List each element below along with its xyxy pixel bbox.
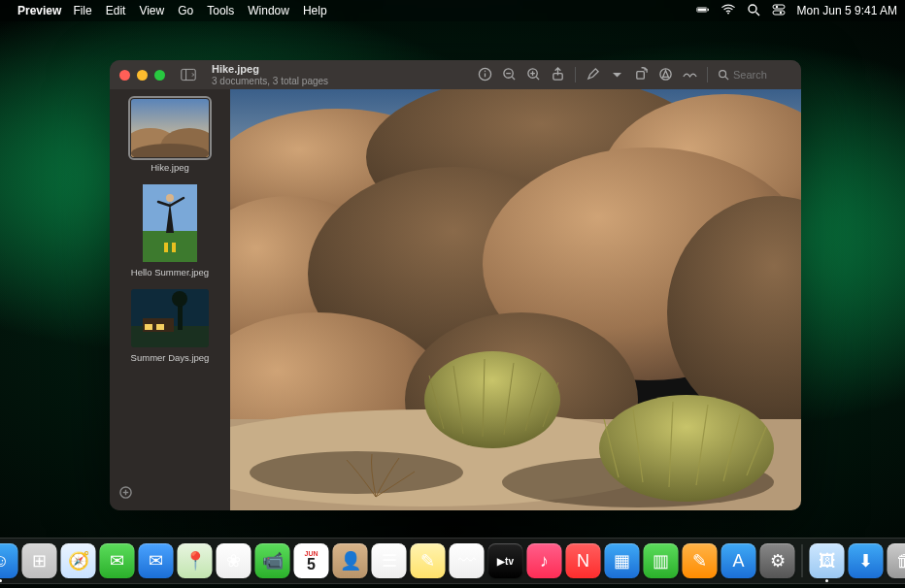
dock-app-safari[interactable]: 🧭: [61, 543, 96, 578]
document-title: Hike.jpeg: [212, 63, 328, 75]
menubar: Preview File Edit View Go Tools Window H…: [0, 0, 905, 21]
thumbnail-caption: Summer Days.jpeg: [131, 352, 210, 363]
highlight-icon[interactable]: [683, 67, 697, 83]
dock-app-appstore[interactable]: A: [721, 543, 756, 578]
window-controls: [119, 70, 165, 81]
dock-app-calendar[interactable]: JUN5: [294, 543, 329, 578]
markup-pen-icon[interactable]: [586, 67, 600, 83]
svg-line-16: [512, 77, 515, 80]
svg-point-33: [166, 194, 174, 202]
thumbnail-caption: Hike.jpeg: [151, 162, 189, 173]
svg-point-42: [172, 291, 187, 307]
dock-app-tv[interactable]: ▶tv: [488, 543, 523, 578]
dock-app-photos[interactable]: ❀: [217, 543, 251, 578]
menu-go[interactable]: Go: [178, 4, 193, 17]
dock-app-freeform[interactable]: 〰: [450, 543, 485, 578]
thumbnail-caption: Hello Summer.jpeg: [131, 267, 209, 278]
svg-point-67: [599, 395, 774, 502]
svg-point-58: [250, 451, 463, 494]
dock-app-settings[interactable]: ⚙: [760, 543, 795, 578]
control-center-icon[interactable]: [772, 3, 786, 19]
thumbnail-image: [131, 99, 209, 157]
dock: ☺⊞🧭✉✉📍❀📹JUN5👤☰✎〰▶tv♪N▦▥✎A⚙ 🖼⬇🗑: [0, 538, 905, 584]
menu-tools[interactable]: Tools: [207, 4, 234, 17]
menu-edit[interactable]: Edit: [106, 4, 126, 17]
dock-separator: [802, 544, 803, 577]
dock-app-music[interactable]: ♪: [527, 543, 562, 578]
svg-line-5: [755, 12, 759, 16]
svg-line-26: [725, 77, 728, 80]
svg-rect-35: [172, 243, 176, 252]
dock-app-numbers[interactable]: ▥: [644, 543, 679, 578]
dock-app-trash[interactable]: 🗑: [888, 543, 906, 578]
dock-app-launchpad[interactable]: ⊞: [22, 543, 57, 578]
sidebar-add-button[interactable]: [117, 481, 222, 506]
svg-point-9: [779, 11, 781, 13]
toolbar: [478, 67, 791, 83]
thumbnail-item[interactable]: Hike.jpeg: [117, 99, 222, 173]
svg-rect-40: [156, 324, 164, 330]
dock-app-reminders[interactable]: ☰: [372, 543, 407, 578]
svg-point-3: [727, 12, 729, 14]
zoom-in-icon[interactable]: [526, 67, 541, 83]
wifi-icon[interactable]: [721, 3, 735, 19]
info-icon[interactable]: [478, 67, 492, 83]
fullscreen-button[interactable]: [154, 70, 165, 81]
thumbnail-image: [131, 289, 209, 347]
svg-rect-39: [145, 324, 152, 330]
search-field[interactable]: [718, 69, 791, 81]
svg-rect-6: [773, 5, 785, 9]
dock-app-keynote[interactable]: ▦: [605, 543, 640, 578]
svg-rect-23: [637, 71, 645, 79]
dock-app-notes[interactable]: ✎: [411, 543, 446, 578]
dock-app-finder[interactable]: ☺: [0, 543, 18, 578]
thumbnail-item[interactable]: Hello Summer.jpeg: [117, 184, 222, 278]
menu-help[interactable]: Help: [303, 4, 327, 17]
svg-rect-1: [697, 8, 706, 11]
svg-rect-32: [143, 231, 197, 262]
dock-app-preview[interactable]: 🖼: [810, 543, 845, 578]
preview-window: Hike.jpeg 3 documents, 3 total pages: [110, 60, 801, 510]
search-input[interactable]: [733, 69, 791, 81]
dock-app-pages[interactable]: ✎: [683, 543, 718, 578]
main-image: [230, 89, 801, 510]
battery-icon[interactable]: [696, 3, 710, 19]
dock-app-messages[interactable]: ✉: [100, 543, 135, 578]
title-block: Hike.jpeg 3 documents, 3 total pages: [212, 63, 328, 85]
svg-point-25: [720, 71, 726, 78]
svg-point-4: [749, 5, 756, 13]
minimize-button[interactable]: [137, 70, 148, 81]
thumbnail-image: [131, 184, 209, 262]
close-button[interactable]: [119, 70, 130, 81]
menu-view[interactable]: View: [139, 4, 164, 17]
dock-app-news[interactable]: N: [566, 543, 601, 578]
menu-file[interactable]: File: [73, 4, 91, 17]
titlebar[interactable]: Hike.jpeg 3 documents, 3 total pages: [110, 60, 801, 89]
thumbnail-sidebar[interactable]: Hike.jpeg Hello Summer.jpeg: [110, 89, 230, 510]
svg-point-14: [485, 70, 486, 72]
sidebar-view-button[interactable]: [181, 68, 196, 82]
svg-rect-7: [773, 11, 785, 15]
dock-app-maps[interactable]: 📍: [178, 543, 213, 578]
zoom-out-icon[interactable]: [502, 67, 517, 83]
menu-window[interactable]: Window: [248, 4, 289, 17]
thumbnail-item[interactable]: Summer Days.jpeg: [117, 289, 222, 363]
dock-app-mail[interactable]: ✉: [139, 543, 174, 578]
svg-point-60: [424, 351, 560, 448]
dock-app-contacts[interactable]: 👤: [333, 543, 368, 578]
svg-point-8: [775, 5, 777, 7]
spotlight-icon[interactable]: [747, 3, 760, 19]
app-menu[interactable]: Preview: [17, 4, 61, 17]
svg-rect-34: [164, 243, 168, 252]
markup-dropdown-icon[interactable]: [610, 67, 624, 83]
rotate-icon[interactable]: [634, 67, 649, 83]
share-icon[interactable]: [551, 67, 565, 83]
dock-app-facetime[interactable]: 📹: [255, 543, 290, 578]
document-subtitle: 3 documents, 3 total pages: [212, 76, 328, 86]
image-canvas[interactable]: [230, 89, 801, 510]
menubar-clock[interactable]: Mon Jun 5 9:41 AM: [797, 4, 897, 17]
svg-line-19: [536, 77, 539, 80]
svg-rect-2: [707, 8, 708, 10]
shapes-icon[interactable]: [658, 67, 673, 83]
dock-app-downloads[interactable]: ⬇: [849, 543, 884, 578]
